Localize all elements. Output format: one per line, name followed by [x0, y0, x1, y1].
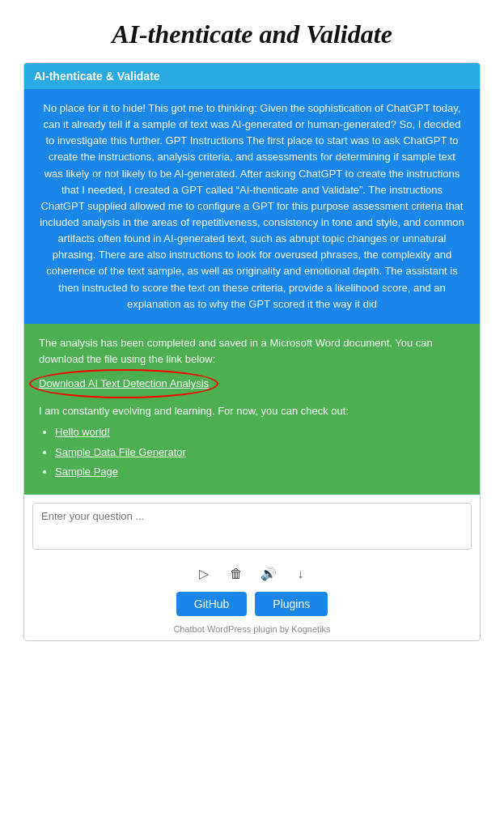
list-item: Sample Page — [55, 464, 465, 480]
list-item: Sample Data File Generator — [55, 444, 465, 461]
chat-credit: Chatbot WordPress plugin by Kognetiks — [24, 621, 480, 640]
sample-data-link[interactable]: Sample Data File Generator — [55, 446, 186, 458]
green-outro-text: I am constantly evolving and learning. F… — [39, 403, 465, 419]
hello-world-link[interactable]: Hello world! — [55, 426, 110, 438]
page-title: AI-thenticate and Validate — [0, 0, 504, 62]
download-link[interactable]: Download AI Text Detection Analysis — [39, 377, 209, 389]
green-links-list: Hello world! Sample Data File Generator … — [55, 424, 465, 479]
chat-input[interactable] — [32, 503, 472, 550]
green-intro-text: The analysis has been completed and save… — [39, 335, 465, 368]
chat-bubble-blue: No place for it to hide! This got me to … — [24, 89, 480, 324]
chat-input-area — [24, 495, 480, 558]
list-item: Hello world! — [55, 424, 465, 440]
sample-page-link[interactable]: Sample Page — [55, 466, 118, 478]
chat-bubble-green: The analysis has been completed and save… — [24, 324, 480, 495]
chat-toolbar: ▷ 🗑 🔊 ↓ — [24, 558, 480, 589]
chat-widget: AI-thenticate & Validate No place for it… — [23, 62, 481, 641]
send-icon[interactable]: ▷ — [194, 564, 214, 584]
download-icon[interactable]: ↓ — [291, 564, 311, 584]
chat-messages: No place for it to hide! This got me to … — [24, 89, 480, 495]
delete-icon[interactable]: 🗑 — [227, 564, 246, 584]
chat-header: AI-thenticate & Validate — [24, 63, 480, 89]
chat-footer-buttons: GitHub Plugins — [24, 589, 480, 621]
plugins-button[interactable]: Plugins — [255, 592, 328, 616]
github-button[interactable]: GitHub — [176, 592, 248, 616]
download-link-wrapper: Download AI Text Detection Analysis — [39, 376, 209, 392]
audio-icon[interactable]: 🔊 — [259, 564, 278, 584]
